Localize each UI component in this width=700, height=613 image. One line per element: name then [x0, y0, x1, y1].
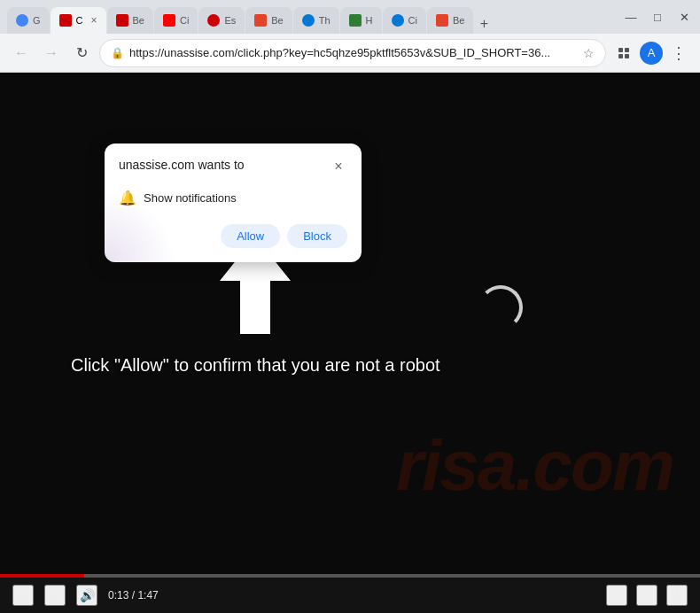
popup-header: unassise.com wants to × [119, 158, 347, 175]
toolbar-right: A ⋮ [611, 41, 691, 66]
watermark: risa.com [396, 425, 673, 507]
tab-ci[interactable]: Ci [154, 7, 198, 34]
tab-favicon-google [16, 14, 28, 27]
tab-favicon-ci [163, 14, 175, 27]
svg-rect-0 [618, 48, 623, 52]
svg-rect-1 [625, 48, 629, 52]
allow-button[interactable]: Allow [221, 224, 280, 248]
play-button[interactable]: ▶ [12, 585, 34, 606]
video-controls-bar: ▶ ⏭ 🔊 0:13 / 1:47 ⚙ ⛶ ⬇ [0, 574, 700, 613]
tab-favicon-es [207, 14, 220, 27]
browser-window: G C × Be Ci Es Be [0, 0, 700, 613]
bell-icon: 🔔 [119, 190, 136, 206]
tab-google[interactable]: G [7, 7, 50, 34]
tab-close-button[interactable]: × [91, 14, 97, 27]
close-button[interactable]: ✕ [675, 11, 693, 24]
tab-ci2[interactable]: Ci [383, 7, 426, 34]
tab-label-be2: Be [271, 15, 283, 26]
download-button[interactable]: ⬇ [666, 585, 688, 606]
tab-es[interactable]: Es [198, 7, 245, 34]
tab-strip: G C × Be Ci Es Be [7, 0, 611, 34]
tab-favicon-be3 [436, 14, 448, 27]
tab-favicon-th [302, 14, 315, 27]
tab-favicon-ci2 [392, 14, 404, 27]
time-separator: / [132, 589, 135, 601]
progress-bar[interactable] [0, 574, 700, 578]
tab-label-es: Es [224, 15, 236, 26]
menu-button[interactable]: ⋮ [666, 41, 691, 66]
tab-label-google: G [33, 15, 41, 26]
volume-button[interactable]: 🔊 [76, 585, 97, 606]
tab-active[interactable]: C × [51, 7, 106, 34]
controls-right: ⚙ ⛶ ⬇ [606, 581, 688, 606]
tab-favicon-be1 [116, 14, 128, 27]
time-total: 1:47 [137, 589, 158, 601]
instruction-text: Click "Allow" to confirm that you are no… [71, 353, 440, 377]
spinner-ring [478, 285, 523, 330]
tab-be2[interactable]: Be [245, 7, 292, 34]
progress-fill [0, 574, 84, 578]
svg-rect-3 [625, 54, 629, 58]
profile-button[interactable]: A [640, 42, 663, 65]
tab-label-ci2: Ci [408, 15, 417, 26]
tab-th[interactable]: Th [293, 7, 339, 34]
new-tab-button[interactable]: + [474, 14, 494, 34]
forward-button[interactable]: → [39, 41, 64, 66]
tab-favicon-h [349, 14, 362, 27]
bookmark-icon[interactable]: ☆ [583, 46, 595, 60]
notification-label: Show notifications [144, 191, 237, 205]
loading-spinner [478, 285, 523, 330]
title-bar: G C × Be Ci Es Be [0, 0, 700, 34]
toolbar: ← → ↻ 🔒 https://unassise.com/click.php?k… [0, 34, 700, 73]
notification-popup: unassise.com wants to × 🔔 Show notificat… [105, 144, 362, 262]
tab-be3[interactable]: Be [427, 7, 473, 34]
address-bar[interactable]: 🔒 https://unassise.com/click.php?key=hc5… [99, 39, 606, 67]
tab-label-ci: Ci [180, 15, 189, 26]
popup-content: 🔔 Show notifications [119, 186, 347, 210]
tab-label-th: Th [319, 15, 331, 26]
settings-button[interactable]: ⚙ [606, 585, 627, 606]
tab-label-h: H [366, 15, 373, 26]
url-text: https://unassise.com/click.php?key=hc5qh… [129, 46, 578, 59]
tab-be1[interactable]: Be [107, 7, 153, 34]
block-button[interactable]: Block [287, 224, 347, 248]
tab-label-be3: Be [453, 15, 464, 26]
popup-buttons: Allow Block [119, 224, 347, 248]
next-button[interactable]: ⏭ [44, 585, 66, 606]
lock-icon: 🔒 [111, 47, 124, 59]
tab-label-active: C [76, 15, 83, 26]
fullscreen-button[interactable]: ⛶ [636, 585, 657, 606]
popup-title: unassise.com wants to [119, 158, 245, 172]
minimize-button[interactable]: — [622, 11, 640, 24]
back-button[interactable]: ← [9, 41, 34, 66]
reload-button[interactable]: ↻ [69, 41, 94, 66]
time-display: 0:13 / 1:47 [108, 589, 159, 601]
extensions-button[interactable] [611, 41, 636, 66]
tab-h[interactable]: H [340, 7, 382, 34]
svg-rect-2 [618, 54, 623, 58]
popup-close-button[interactable]: × [330, 158, 347, 175]
maximize-button[interactable]: □ [649, 11, 666, 24]
window-controls: — □ ✕ [622, 11, 693, 24]
time-current: 0:13 [108, 589, 128, 601]
content-area: risa.com Click "Allow" to confirm that y… [0, 73, 700, 613]
tab-favicon-be2 [254, 14, 267, 27]
tab-label-be1: Be [133, 15, 144, 26]
tab-favicon-active [59, 14, 72, 27]
